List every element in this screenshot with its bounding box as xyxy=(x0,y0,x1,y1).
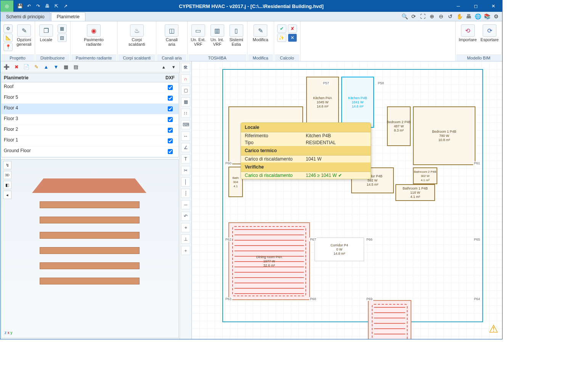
vt-undo-icon[interactable]: ↶ xyxy=(181,212,190,221)
vt-square-icon[interactable]: ▢ xyxy=(181,86,190,95)
pan-icon[interactable]: ✋ xyxy=(456,13,463,20)
estia-button[interactable]: ▯Sistemi Estia xyxy=(229,24,244,47)
delete-icon[interactable]: ✖ xyxy=(13,63,20,71)
preview-3d[interactable]: ↯ 3D ◧ ◂ z x y xyxy=(1,159,179,338)
dist-ico1[interactable]: ▦ xyxy=(58,24,67,33)
room-bath1b[interactable]: Bathroom 1 P4B 118 W 4.1 m² xyxy=(395,184,435,201)
vt-vline2-icon[interactable]: ┆ xyxy=(181,189,190,198)
dxf-checkbox[interactable] xyxy=(168,128,173,133)
opzioni-generali-button[interactable]: ✎Opzioni generali xyxy=(16,24,32,47)
tab-planimetrie[interactable]: Planimetrie xyxy=(51,12,85,21)
corpi-scaldanti-button[interactable]: ♨Corpi scaldanti xyxy=(128,24,145,47)
vt-text-icon[interactable]: T xyxy=(181,154,190,164)
room-dining-a[interactable]: Dining room P4A 1977 W 32.6 m² xyxy=(228,222,310,300)
vrf-ext-button[interactable]: ▭Un. Ext. VRF xyxy=(191,24,206,47)
floor-row[interactable]: Floor 2 xyxy=(2,125,178,136)
collapse-down-icon[interactable]: ▾ xyxy=(170,63,177,71)
room-kitchen-b[interactable]: Kitchen P4B 1041 W 14.6 m² xyxy=(341,77,374,128)
floorplan-canvas[interactable]: Kitchen P4A 1045 W 14.6 m² Kitchen P4B 1… xyxy=(192,61,502,339)
dxf1-icon[interactable]: ▦ xyxy=(62,63,70,71)
settings-icon[interactable]: ⚙ xyxy=(492,13,500,20)
external-icon[interactable]: ↗ xyxy=(62,3,69,10)
locale-button[interactable]: ❐Locale xyxy=(39,24,54,42)
calc-check-icon[interactable]: ✘ xyxy=(288,24,297,33)
3d-icon[interactable]: 3D xyxy=(3,171,11,179)
close-button[interactable]: ✕ xyxy=(485,0,502,12)
room-bath2b[interactable]: Bathroom 2 P4B 302 W 4.1 m² xyxy=(413,167,437,184)
vt-kbd-icon[interactable]: ⌨ xyxy=(181,120,190,129)
vt-ruler-icon[interactable]: ↔ xyxy=(181,132,190,141)
nav-left-icon[interactable]: ◂ xyxy=(3,191,11,199)
print-view-icon[interactable]: 🖶 xyxy=(465,13,472,20)
save-icon[interactable]: 💾 xyxy=(16,3,23,10)
persp-icon[interactable]: ↯ xyxy=(3,161,11,169)
calc-close-icon[interactable]: ✕ xyxy=(288,34,297,42)
up-icon[interactable]: ▲ xyxy=(42,63,50,71)
room-bed2b[interactable]: Bedroom 2 P4B 487 W 8.3 m² xyxy=(387,106,411,146)
export-icon[interactable]: ⇱ xyxy=(53,3,60,10)
cube-icon[interactable]: ◧ xyxy=(3,181,11,189)
vt-vline-icon[interactable]: │ xyxy=(181,177,190,186)
vt-hline-icon[interactable]: ─ xyxy=(181,200,190,209)
opzioni-pin-icon[interactable]: 📍 xyxy=(3,43,13,51)
zoom-in-icon[interactable]: ⊕ xyxy=(428,13,436,20)
room-floor-mid[interactable] xyxy=(368,300,411,339)
calc-wand-icon[interactable]: ✨ xyxy=(277,34,286,42)
undo-icon[interactable]: ↶ xyxy=(26,3,32,10)
modifica-button[interactable]: ✎Modifica xyxy=(253,24,268,42)
dxf-checkbox[interactable] xyxy=(168,117,173,122)
vt-grid-icon[interactable]: ▦ xyxy=(181,97,190,106)
zoom-prev-icon[interactable]: ↺ xyxy=(446,13,454,20)
minimize-button[interactable]: ─ xyxy=(450,0,467,12)
vt-hammer-icon[interactable]: 🛠 xyxy=(181,63,190,72)
importare-button[interactable]: ⟲Importare xyxy=(459,24,477,42)
canali-aria-button[interactable]: ◫Canali aria xyxy=(164,24,179,47)
vt-axes-icon[interactable]: ＋ xyxy=(181,246,190,255)
vrf-int-button[interactable]: ▥Un. Int. VRF xyxy=(210,24,225,47)
dxf-checkbox[interactable] xyxy=(168,138,173,143)
add-icon[interactable]: ➕ xyxy=(3,63,10,71)
globe-icon[interactable]: 🌐 xyxy=(474,13,482,20)
dxf-checkbox[interactable] xyxy=(168,106,173,111)
zoom-out-icon[interactable]: ⊖ xyxy=(437,13,445,20)
vt-dots-icon[interactable]: ∷ xyxy=(181,109,190,118)
zoom-reset-icon[interactable]: ⟳ xyxy=(410,13,417,20)
vt-perp-icon[interactable]: ⊥ xyxy=(181,235,190,244)
opzioni-gear-icon[interactable]: ⚙ xyxy=(3,24,13,33)
group-canali: Canali aria xyxy=(157,55,186,61)
edit-icon[interactable]: ✎ xyxy=(32,63,40,71)
room-bed1b[interactable]: Bedroom 1 P4B 780 W 10.8 m² xyxy=(413,106,475,165)
vt-pick-icon[interactable]: ⌖ xyxy=(181,223,190,232)
vt-angle-icon[interactable]: ∠ xyxy=(181,143,190,152)
vt-cut-icon[interactable]: ✂ xyxy=(181,166,190,175)
dxf-checkbox[interactable] xyxy=(168,96,173,101)
maximize-button[interactable]: ◻ xyxy=(467,0,485,12)
dist-ico2[interactable]: ▧ xyxy=(58,34,67,42)
find-icon[interactable]: 🔍 xyxy=(401,13,408,20)
print-icon[interactable]: 🖶 xyxy=(44,3,51,10)
warning-icon[interactable]: ⚠ xyxy=(489,323,498,335)
collapse-up-icon[interactable]: ▴ xyxy=(160,63,167,71)
esportare-button[interactable]: ⟳Esportare xyxy=(480,24,499,42)
opzioni-diag-icon[interactable]: 📐 xyxy=(3,34,13,42)
calc-run-icon[interactable]: ✔ xyxy=(277,24,286,33)
floor-row[interactable]: Ground Floor xyxy=(2,146,178,157)
floor-row[interactable]: Roof xyxy=(2,82,178,93)
redo-icon[interactable]: ↷ xyxy=(35,3,42,10)
floor-row[interactable]: Floor 3 xyxy=(2,114,178,125)
vt-magnet-icon[interactable]: ∩ xyxy=(181,74,190,84)
copy-icon[interactable]: 📄 xyxy=(22,63,30,71)
pavimento-radiante-button[interactable]: ◉Pavimento radiante xyxy=(84,24,104,47)
floor-row[interactable]: Floor 5 xyxy=(2,93,178,104)
floor-row[interactable]: Floor 1 xyxy=(2,136,178,146)
dxf-checkbox[interactable] xyxy=(168,85,173,90)
layers-icon[interactable]: 📚 xyxy=(483,13,491,20)
zoom-window-icon[interactable]: ⛶ xyxy=(419,13,427,20)
dxf-checkbox[interactable] xyxy=(168,149,173,154)
dxf2-icon[interactable]: ▨ xyxy=(72,63,80,71)
floor-name: Ground Floor xyxy=(2,146,162,157)
room-corr[interactable]: Corridor P4 0 W 14.8 m² xyxy=(315,238,364,261)
tab-schemi[interactable]: Schemi di principio xyxy=(0,12,50,21)
floor-row[interactable]: Floor 4 xyxy=(2,104,178,114)
down-icon[interactable]: ▼ xyxy=(52,63,60,71)
